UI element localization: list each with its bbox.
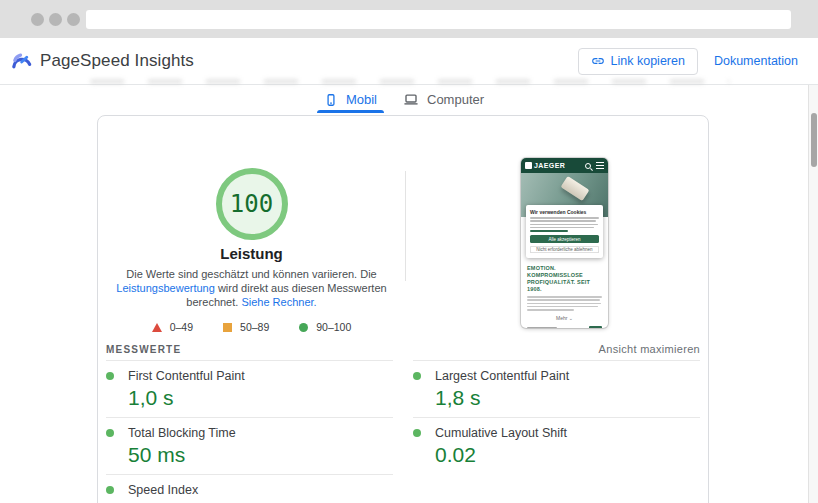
metric-cumulative-layout-shift: Cumulative Layout Shift 0.02 <box>413 417 700 474</box>
score-legend: 0–49 50–89 90–100 <box>98 321 405 333</box>
thumb-cookie-accept-button: Alle akzeptieren <box>530 235 599 243</box>
metric-value: 1,0 s <box>128 386 393 410</box>
metric-value: 0.02 <box>435 443 700 467</box>
site-screenshot-thumbnail: JAEGER Wir verwenden Cookies Alle akzept… <box>521 158 608 328</box>
thumb-site-name: JAEGER <box>534 162 565 169</box>
window-control-dot[interactable] <box>49 13 62 26</box>
thumb-footer <box>527 326 602 328</box>
metric-label: Cumulative Layout Shift <box>435 426 567 440</box>
metric-value: 1,8 s <box>435 386 700 410</box>
app-header: PageSpeed Insights Link kopieren Dokumen… <box>0 38 818 85</box>
computer-icon <box>403 92 419 107</box>
metric-label: Largest Contentful Paint <box>435 369 569 383</box>
score-section: 100 Leistung Die Werte sind geschätzt un… <box>98 116 708 338</box>
blurred-content-strip <box>90 79 730 84</box>
thumb-page-content: EMOTION. KOMPROMISSLOSE PROFIQUALITÄT. S… <box>527 265 602 328</box>
tab-mobil-label: Mobil <box>346 92 377 107</box>
metrics-header-row: MESSWERTE Ansicht maximieren <box>106 338 700 360</box>
thumb-search-icon <box>585 163 591 169</box>
metrics-grid: First Contentful Paint 1,0 s Largest Con… <box>106 360 700 503</box>
legend-fail-triangle-icon <box>152 323 162 332</box>
metric-pass-status-icon <box>413 429 421 437</box>
metric-pass-status-icon <box>106 372 114 380</box>
thumb-site-header: JAEGER <box>521 158 608 173</box>
siehe-rechner-link[interactable]: Siehe Rechner. <box>241 296 316 308</box>
device-tabs: Mobil Computer <box>0 86 808 113</box>
window-control-dot[interactable] <box>67 13 80 26</box>
thumb-more-link: Mehr ⌄ <box>527 315 602 321</box>
thumb-cookie-title: Wir verwenden Cookies <box>530 209 599 215</box>
report-card: 100 Leistung Die Werte sind geschätzt un… <box>97 115 709 503</box>
metric-pass-status-icon <box>106 486 114 494</box>
metric-label: Total Blocking Time <box>128 426 236 440</box>
expand-view-link[interactable]: Ansicht maximieren <box>599 343 700 355</box>
legend-item-pass: 90–100 <box>299 321 351 333</box>
leistungsbewertung-link[interactable]: Leistungsbewertung <box>116 282 214 294</box>
legend-average-square-icon <box>223 323 232 332</box>
thumb-product-image <box>561 176 590 201</box>
thumb-cookie-body-text <box>530 217 599 232</box>
scrollbar-track[interactable] <box>808 85 818 503</box>
copy-link-button[interactable]: Link kopieren <box>578 48 698 75</box>
scrollbar-thumb[interactable] <box>811 113 817 167</box>
legend-item-fail: 0–49 <box>152 321 193 333</box>
tab-computer-label: Computer <box>427 92 484 107</box>
thumb-paragraph <box>527 296 602 311</box>
pagespeed-insights-screen: { "browser": { "url_value": "" }, "heade… <box>0 0 818 503</box>
metric-label: Speed Index <box>128 483 198 497</box>
legend-fail-range: 0–49 <box>170 321 193 333</box>
thumb-menu-icon <box>596 162 604 170</box>
thumb-footer-button <box>589 326 602 328</box>
metric-pass-status-icon <box>106 429 114 437</box>
metric-pass-status-icon <box>413 372 421 380</box>
window-control-dot[interactable] <box>31 13 44 26</box>
disclaimer-text: Die Werte sind geschätzt und können vari… <box>104 267 400 309</box>
thumb-footer-text <box>527 327 557 328</box>
metric-speed-index: Speed Index 1,1 s <box>106 474 393 503</box>
mobile-phone-icon <box>324 93 338 107</box>
app-title: PageSpeed Insights <box>40 51 194 71</box>
link-icon <box>591 54 605 68</box>
thumb-heading-2: KOMPROMISSLOSE PROFIQUALITÄT. SEIT 1908. <box>527 272 602 293</box>
category-title: Leistung <box>98 245 405 262</box>
legend-item-average: 50–89 <box>223 321 269 333</box>
disclaimer-prefix: Die Werte sind geschätzt und können vari… <box>126 268 377 280</box>
tab-computer[interactable]: Computer <box>390 86 497 113</box>
metric-label: First Contentful Paint <box>128 369 245 383</box>
performance-gauge-column: 100 Leistung Die Werte sind geschätzt un… <box>98 116 405 333</box>
vertical-divider <box>405 171 406 281</box>
documentation-link[interactable]: Dokumentation <box>714 54 798 68</box>
legend-average-range: 50–89 <box>240 321 269 333</box>
thumb-heading-1: EMOTION. <box>527 265 602 271</box>
tab-mobil[interactable]: Mobil <box>311 86 390 113</box>
metric-largest-contentful-paint: Largest Contentful Paint 1,8 s <box>413 360 700 417</box>
performance-score-gauge: 100 <box>216 168 288 240</box>
legend-pass-range: 90–100 <box>316 321 351 333</box>
metric-first-contentful-paint: First Contentful Paint 1,0 s <box>106 360 393 417</box>
pagespeed-logo-icon <box>10 50 33 73</box>
legend-pass-circle-icon <box>299 323 308 332</box>
metric-total-blocking-time: Total Blocking Time 50 ms <box>106 417 393 474</box>
window-controls <box>31 13 80 26</box>
performance-score-value: 100 <box>230 190 273 218</box>
address-bar-input[interactable] <box>86 10 791 29</box>
metrics-heading: MESSWERTE <box>106 344 181 355</box>
jaeger-logo-icon <box>525 162 532 169</box>
thumb-cookie-decline-button: Nicht erforderliche ablehnen <box>530 246 599 253</box>
browser-chrome <box>0 0 818 38</box>
copy-link-label: Link kopieren <box>611 54 685 68</box>
metric-value: 50 ms <box>128 443 393 467</box>
thumb-cookie-dialog: Wir verwenden Cookies Alle akzeptieren N… <box>526 205 603 258</box>
